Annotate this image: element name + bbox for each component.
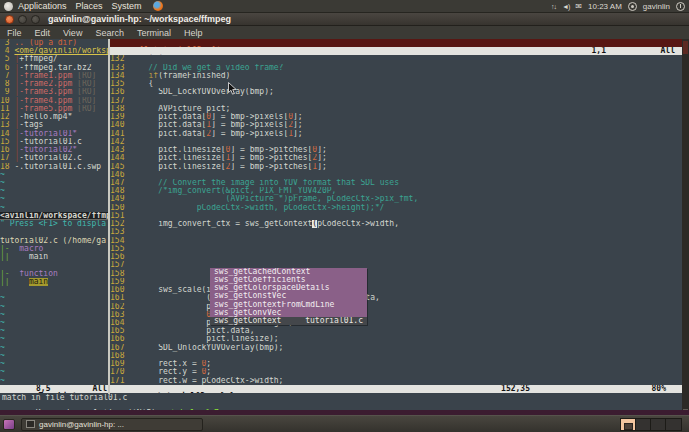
code-line-168[interactable]: 168 xyxy=(110,352,682,360)
code-line-156[interactable]: 156 xyxy=(110,253,682,261)
terminal-title-bar[interactable]: gavinlin@gavinlin-hp: ~/workspace/ffmpeg xyxy=(0,13,689,26)
explorer-entry[interactable]: 11 |-frame5.ppm [RO] xyxy=(0,105,108,113)
power-icon[interactable] xyxy=(676,2,685,11)
completion-item[interactable]: sws_getCachedContext xyxy=(210,268,367,276)
completion-item[interactable]: sws_getColorspaceDetails xyxy=(210,284,367,292)
code-line-159[interactable]: 159 xyxy=(110,278,682,286)
code-line-151[interactable]: 151 xyxy=(110,212,682,220)
vim-editor[interactable]: 3 .. (up a dir) 4 <ome/gavinlin/workspa … xyxy=(0,39,689,410)
code-line-144[interactable]: 144 pict.linesize[1] = bmp->pitches[2]; xyxy=(110,154,682,162)
code-line-139[interactable]: 139 pict.data[0] = bmp->pixels[0]; xyxy=(110,113,682,121)
completion-item[interactable]: sws_getContextFromCmdLine xyxy=(210,301,367,309)
volume-icon[interactable]: ◄) xyxy=(562,0,569,13)
code-line-166[interactable]: 166 pict.linesize); xyxy=(110,335,682,343)
username[interactable]: gavinlin xyxy=(643,0,670,13)
code-line-150[interactable]: 150 pCodecCtx->width, pCodecCtx->height)… xyxy=(110,204,682,212)
code-line-162[interactable]: 162 pFrame->linesize, xyxy=(110,303,682,311)
user-status-icon[interactable] xyxy=(628,2,637,11)
scrollbar-thumb[interactable] xyxy=(683,41,688,54)
ubuntu-logo-icon[interactable] xyxy=(4,2,13,11)
explorer-entry[interactable]: 10 |-frame4.ppm [RO] xyxy=(0,97,108,105)
explorer-entry[interactable]: 9 |-frame3.ppm [RO] xyxy=(0,88,108,96)
menu-file[interactable]: File xyxy=(7,28,22,38)
explorer-entry[interactable]: 5 |+ffmpeg/ xyxy=(0,55,108,63)
clock[interactable]: 10:23 AM xyxy=(588,0,622,13)
code-line-142[interactable]: 142 xyxy=(110,138,682,146)
menu-view[interactable]: View xyxy=(63,28,82,38)
code-line-169[interactable]: 169 rect.x = 0; xyxy=(110,360,682,368)
code-window[interactable]: [1:tutorial02.c]* [7:tutorial01.c] -Mini… xyxy=(110,39,682,394)
code-line-134[interactable]: 134 if(frameFinished) xyxy=(110,72,682,80)
explorer-entry[interactable]: 6 |-ffmpeg.tar.bz2 xyxy=(0,64,108,72)
show-desktop-icon[interactable] xyxy=(3,419,15,430)
workspace-1[interactable] xyxy=(621,419,636,430)
code-line-164[interactable]: 164 pCodecCtx->height, xyxy=(110,319,682,327)
code-line-132[interactable]: 132 xyxy=(110,55,682,63)
code-line-135[interactable]: 135 { xyxy=(110,80,682,88)
maximize-button[interactable] xyxy=(31,15,40,24)
workspace-2[interactable] xyxy=(636,419,651,430)
code-line-138[interactable]: 138 AVPicture pict; xyxy=(110,105,682,113)
explorer-entry[interactable]: 4 <ome/gavinlin/workspa xyxy=(0,47,108,55)
code-line-143[interactable]: 143 pict.linesize[0] = bmp->pitches[0]; xyxy=(110,146,682,154)
code-line-152[interactable]: 152 img_convert_ctx = sws_getContext(pCo… xyxy=(110,220,682,228)
code-line-157[interactable]: 157 xyxy=(110,261,682,269)
explorer-entry[interactable]: 13 |-tags xyxy=(0,121,108,129)
taglist-row[interactable] xyxy=(0,228,108,236)
mail-icon[interactable]: ✉ xyxy=(575,0,582,13)
code-line-154[interactable]: 154 xyxy=(110,237,682,245)
menu-places[interactable]: Places xyxy=(76,0,103,13)
explorer-entry[interactable]: 17 |-tutorial02.c xyxy=(0,154,108,162)
workspace-4[interactable] xyxy=(666,419,681,430)
taskbar-window-button[interactable]: gavinlin@gavinlin-hp: ... xyxy=(21,418,203,431)
explorer-entry[interactable]: 16 |-tutorial02* xyxy=(0,146,108,154)
code-line-153[interactable]: 153 xyxy=(110,228,682,236)
menu-terminal[interactable]: Terminal xyxy=(137,28,171,38)
code-line-171[interactable]: 171 rect.w = pCodecCtx->width; xyxy=(110,377,682,385)
explorer-entry[interactable]: 8 |-frame2.ppm [RO] xyxy=(0,80,108,88)
completion-item-selected[interactable]: sws_getContexttutorial01.c xyxy=(210,317,367,325)
explorer-entry[interactable]: 14 |-tutorial01* xyxy=(0,130,108,138)
menu-system[interactable]: System xyxy=(112,0,142,13)
taglist-row[interactable] xyxy=(0,261,108,269)
code-line-140[interactable]: 140 pict.data[1] = bmp->pixels[2]; xyxy=(110,121,682,129)
code-line-146[interactable]: 146 xyxy=(110,171,682,179)
taglist-row[interactable]: || main xyxy=(0,253,108,261)
code-line-137[interactable]: 137 xyxy=(110,97,682,105)
close-button[interactable] xyxy=(5,15,14,24)
completion-item[interactable]: sws_getConstVec xyxy=(210,292,367,300)
taglist-row[interactable]: || main xyxy=(0,278,108,286)
network-icon[interactable]: ↑↓ xyxy=(551,0,556,13)
completion-item[interactable]: sws_getCoefficients xyxy=(210,276,367,284)
menu-applications[interactable]: Applications xyxy=(18,0,67,13)
code-line-161[interactable]: 161 (const uint8_t* const*)pFrame->data, xyxy=(110,294,682,302)
taglist-row[interactable]: |- macro xyxy=(0,245,108,253)
code-line-136[interactable]: 136 SDL_LockYUVOverlay(bmp); xyxy=(110,88,682,96)
code-line-158[interactable]: 158 xyxy=(110,270,682,278)
explorer-entry[interactable]: 18 -.tutorial01.c.swp xyxy=(0,163,108,171)
file-explorer-sidebar[interactable]: 3 .. (up a dir) 4 <ome/gavinlin/workspa … xyxy=(0,39,108,394)
code-line-148[interactable]: 148 /*img_convert(&pict, PIX_FMT_YUV420P… xyxy=(110,187,682,195)
code-text-area[interactable]: 132 133 // Did we get a video frame?134 … xyxy=(110,55,682,384)
workspace-3[interactable] xyxy=(651,419,666,430)
code-line-141[interactable]: 141 pict.data[2] = bmp->pixels[1]; xyxy=(110,130,682,138)
code-line-155[interactable]: 155 xyxy=(110,245,682,253)
completion-popup-menu[interactable]: sws_getCachedContextsws_getCoefficientss… xyxy=(210,268,367,326)
code-line-160[interactable]: 160 sws_scale(img_convert_ctx, xyxy=(110,286,682,294)
explorer-entry[interactable]: 12 |-hello.mp4* xyxy=(0,113,108,121)
code-line-149[interactable]: 149 (AVPicture *)pFrame, pCodecCtx->pix_… xyxy=(110,195,682,203)
menu-edit[interactable]: Edit xyxy=(35,28,51,38)
menu-help[interactable]: Help xyxy=(184,28,203,38)
completion-item[interactable]: sws_getConvVec xyxy=(210,309,367,317)
explorer-entry[interactable]: 15 |-tutorial01.c xyxy=(0,138,108,146)
code-line-167[interactable]: 167 SDL_UnlockYUVOverlay(bmp); xyxy=(110,344,682,352)
code-line-163[interactable]: 163 0, xyxy=(110,311,682,319)
taglist-row[interactable]: tutorial02.c (/home/ga xyxy=(0,237,108,245)
firefox-icon[interactable] xyxy=(153,1,163,11)
code-line-133[interactable]: 133 // Did we get a video frame? xyxy=(110,64,682,72)
terminal-scrollbar[interactable] xyxy=(682,39,689,415)
taglist-row[interactable]: " Press <F1> to displa xyxy=(0,220,108,228)
code-line-165[interactable]: 165 pict.data, xyxy=(110,327,682,335)
taglist-row[interactable]: |- function xyxy=(0,270,108,278)
menu-search[interactable]: Search xyxy=(95,28,124,38)
